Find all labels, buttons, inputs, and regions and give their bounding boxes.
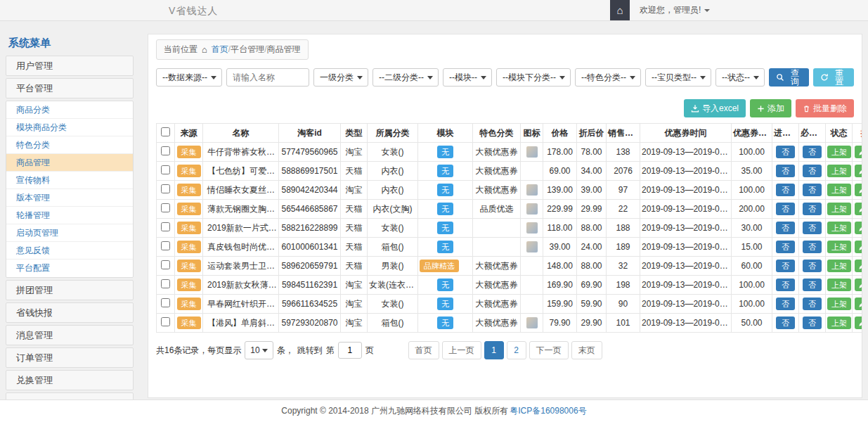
batch-delete-button[interactable]: 批量删除 [796,99,854,117]
must-buy-badge[interactable]: 否 [803,184,822,196]
sidebar-item[interactable]: 省钱快报 [6,302,134,323]
import-excel-button[interactable]: 导入excel [684,99,746,117]
search-button[interactable]: 查询 [769,68,810,87]
select-all-checkbox[interactable] [161,127,170,136]
filter-select[interactable]: --宝贝类型-- [645,68,711,87]
edit-button[interactable] [855,316,862,329]
pager-nav-button[interactable]: 上一页 [442,341,481,359]
sidebar-item[interactable]: 拼团管理 [6,280,134,300]
sidebar-item[interactable]: 消息管理 [6,325,134,345]
pager-nav-button[interactable]: 下一页 [529,341,569,359]
import-select-badge[interactable]: 否 [776,165,795,177]
row-checkbox[interactable] [161,241,170,250]
sidebar-subitem[interactable]: 意见反馈 [6,242,133,260]
must-buy-badge[interactable]: 否 [803,279,822,291]
import-select-badge[interactable]: 否 [776,222,795,234]
module-cell: 无 [418,181,473,200]
must-buy-badge[interactable]: 否 [803,298,822,310]
sidebar-item[interactable] [6,392,134,399]
user-menu[interactable]: 欢迎您，管理员! [630,0,720,20]
status-badge[interactable]: 上架 [827,316,851,329]
row-checkbox[interactable] [161,222,170,231]
status-badge[interactable]: 上架 [827,298,851,310]
status-badge[interactable]: 上架 [827,241,851,253]
sidebar-subitem[interactable]: 模块商品分类 [6,119,133,136]
filter-select[interactable]: --特色分类-- [575,68,641,87]
edit-button[interactable] [855,298,862,310]
must-buy-badge[interactable]: 否 [803,241,822,253]
sidebar-item[interactable]: 平台管理 [6,78,134,98]
filter-select-source[interactable]: --数据来源-- [156,68,222,87]
breadcrumb-home-link[interactable]: 首页 [212,44,228,54]
reset-button[interactable]: 重置 [813,68,854,87]
edit-button[interactable] [855,260,862,272]
add-button[interactable]: 添加 [750,99,791,117]
import-select-badge[interactable]: 否 [776,203,795,215]
row-checkbox[interactable] [161,146,170,155]
edit-button[interactable] [855,165,862,177]
breadcrumb-item[interactable]: 平台管理 [231,44,264,54]
filter-select[interactable]: --二级分类-- [373,68,439,87]
sidebar-item[interactable]: 兑换管理 [6,370,134,390]
filter-select[interactable]: 一级分类 [313,68,368,87]
must-buy-badge[interactable]: 否 [803,165,822,177]
must-buy-badge[interactable]: 否 [803,146,822,158]
discount-price-cell: 69.90 [577,276,607,295]
row-checkbox[interactable] [161,203,170,212]
must-buy-badge[interactable]: 否 [803,222,822,234]
must-buy-badge[interactable]: 否 [803,203,822,215]
edit-button[interactable] [855,184,862,196]
name-filter-input[interactable] [226,68,309,87]
sidebar-subitem[interactable]: 平台配置 [6,260,133,277]
pager-nav-button[interactable]: 首页 [408,341,439,359]
filter-select[interactable]: --模块-- [443,68,492,87]
sidebar-subitem[interactable]: 版本管理 [6,189,133,207]
status-badge[interactable]: 上架 [827,184,851,196]
status-badge[interactable]: 上架 [827,146,851,158]
breadcrumb-item[interactable]: 商品管理 [267,44,301,54]
import-select-badge[interactable]: 否 [776,298,795,310]
row-checkbox[interactable] [161,184,170,193]
module-cell: 品牌精选爱上运动 [418,257,473,276]
status-badge[interactable]: 上架 [827,279,851,291]
must-buy-badge[interactable]: 否 [803,260,822,272]
edit-button[interactable] [855,222,862,234]
import-select-badge[interactable]: 否 [776,146,795,158]
pager-nav-button[interactable]: 末页 [571,341,602,359]
per-page-select[interactable]: 10 [245,341,273,359]
icp-link[interactable]: 粤ICP备16098006号 [510,405,586,417]
sidebar-subitem[interactable]: 启动页管理 [6,224,133,242]
edit-button[interactable] [855,203,862,215]
status-badge[interactable]: 上架 [827,203,851,215]
sidebar-subitem[interactable]: 宣传物料 [6,172,133,189]
import-select-badge[interactable]: 否 [776,316,795,329]
import-select-badge[interactable]: 否 [776,184,795,196]
must-buy-badge[interactable]: 否 [803,316,822,329]
sidebar-item[interactable]: 用户管理 [6,56,134,76]
filter-select[interactable]: --状态-- [715,68,765,87]
filter-select[interactable]: --模块下分类-- [496,68,571,87]
status-badge[interactable]: 上架 [827,165,851,177]
edit-button[interactable] [855,146,862,158]
sidebar-subitem[interactable]: 特色分类 [6,136,133,154]
import-select-badge[interactable]: 否 [776,279,795,291]
sidebar-item[interactable]: 订单管理 [6,347,134,368]
import-select-badge[interactable]: 否 [776,241,795,253]
sidebar-subitem[interactable]: 轮播管理 [6,207,133,224]
import-select-badge[interactable]: 否 [776,260,795,272]
row-checkbox[interactable] [161,279,170,288]
row-checkbox[interactable] [161,317,170,326]
row-checkbox[interactable] [161,298,170,307]
edit-button[interactable] [855,241,862,253]
home-button[interactable]: ⌂ [610,0,630,20]
status-badge[interactable]: 上架 [827,260,851,272]
status-badge[interactable]: 上架 [827,222,851,234]
jump-page-input[interactable] [338,342,362,359]
row-checkbox[interactable] [161,260,170,269]
sidebar-subitem[interactable]: 商品管理 [6,154,133,172]
page-number-button[interactable]: 2 [507,341,526,359]
page-number-button[interactable]: 1 [484,341,504,359]
sidebar-subitem[interactable]: 商品分类 [6,101,133,119]
edit-button[interactable] [855,279,862,291]
row-checkbox[interactable] [161,165,170,174]
